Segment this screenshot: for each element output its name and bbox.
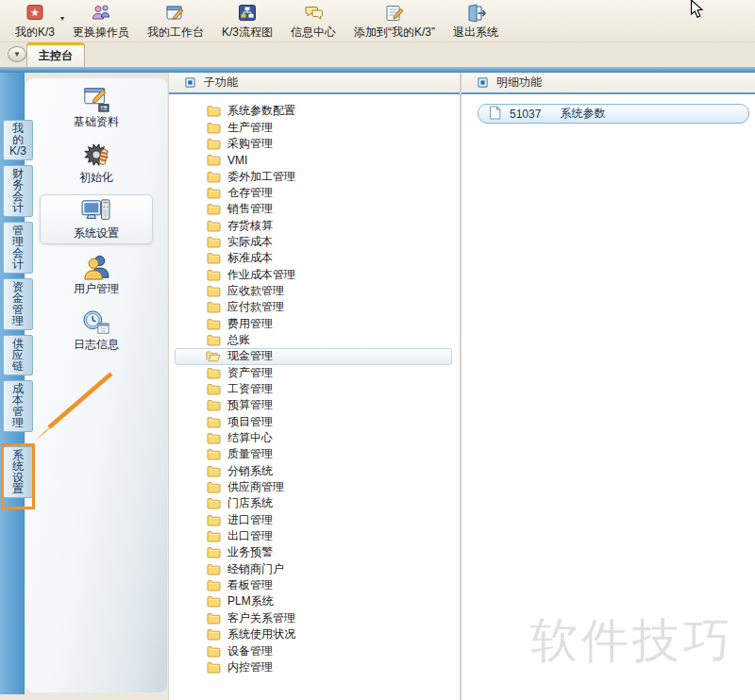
tree-item[interactable]: 现金管理: [175, 348, 452, 364]
tree-item[interactable]: 看板管理: [169, 577, 460, 593]
tree-item[interactable]: 实际成本: [169, 234, 460, 250]
toolbar-button-k3-flowchart[interactable]: ▾ K/3流程图: [214, 2, 280, 42]
tree-item[interactable]: 总账: [169, 332, 460, 348]
tree-item-label: 项目管理: [227, 414, 273, 430]
toolbar-button-label: 我的工作台: [147, 25, 204, 41]
tree-item[interactable]: 存货核算: [169, 217, 460, 233]
tree-item[interactable]: 客户关系管理: [169, 610, 460, 626]
tree-item-label: 工资管理: [227, 381, 273, 397]
folder-icon: [206, 138, 221, 150]
tree-item-label: 预算管理: [227, 397, 273, 413]
tree-item[interactable]: 供应商管理: [169, 479, 460, 495]
toolbar-button-exit-system[interactable]: ▾ 退出系统: [445, 2, 506, 42]
tab-label: 主控台: [39, 48, 73, 64]
module-nav-item[interactable]: 用户管理: [40, 250, 153, 300]
tree-item[interactable]: 出口管理: [169, 528, 460, 544]
toolbar-button-my-k3[interactable]: ★ ▾ 我的K/3: [8, 2, 62, 42]
folder-icon: [206, 105, 221, 117]
tree-item-label: 费用管理: [227, 316, 273, 332]
folder-icon: [206, 465, 221, 477]
sidebar-tab[interactable]: 系统设置: [3, 446, 33, 498]
sidebar-tab[interactable]: 成本管理: [3, 380, 33, 432]
add-to-my-k3-icon: [384, 3, 405, 24]
tree-item-label: 出口管理: [227, 528, 273, 544]
folder-icon: [206, 269, 221, 281]
tree-item-label: 作业成本管理: [227, 267, 295, 283]
collapse-box-icon[interactable]: [478, 77, 488, 88]
sub-functions-panel: 子功能 系统参数配置 生产管理 采购管理 VMI 委外加工管理 仓存管理 销售管…: [168, 73, 460, 700]
tree-item-label: 供应商管理: [227, 479, 284, 495]
detail-functions-panel: 明细功能 51037 系统参数: [460, 73, 755, 700]
tree-item[interactable]: VMI: [169, 152, 460, 168]
tree-item-label: 内控管理: [227, 659, 273, 675]
folder-icon: [206, 399, 221, 411]
folder-icon: [206, 432, 221, 444]
tree-item[interactable]: 应付款管理: [169, 299, 460, 315]
tree-item[interactable]: 业务预警: [169, 544, 460, 560]
folder-icon: [206, 514, 221, 526]
folder-icon: [206, 530, 221, 542]
folder-icon: [206, 171, 221, 183]
toolbar-button-add-to-my-k3[interactable]: ▾ 添加到“我的K/3”: [346, 2, 443, 42]
my-k3-icon: ★: [25, 3, 45, 24]
main-toolbar: ★ ▾ 我的K/3 ▾ 更换操作员 ▾ 我的工作台 ▾ K/3流程图 ▾ 信息中…: [0, 0, 755, 42]
tree-item[interactable]: 销售管理: [169, 201, 460, 217]
folder-icon: [206, 481, 221, 493]
tree-item[interactable]: 经销商门户: [169, 561, 460, 577]
tree-item[interactable]: 应收款管理: [169, 283, 460, 299]
exit-system-icon: [465, 3, 486, 24]
tree-item[interactable]: 工资管理: [169, 381, 460, 397]
tree-item[interactable]: 采购管理: [169, 136, 460, 152]
dropdown-caret-icon: ▾: [60, 14, 64, 23]
folder-icon: [206, 318, 221, 330]
tree-item-label: 委外加工管理: [227, 169, 295, 185]
module-nav-item[interactable]: 系统设置: [40, 194, 153, 244]
tree-item[interactable]: 作业成本管理: [169, 266, 460, 282]
folder-icon: [206, 367, 221, 379]
sidebar-tab[interactable]: 资金管理: [3, 278, 33, 330]
module-nav-item[interactable]: 初始化: [40, 139, 153, 189]
module-nav-item[interactable]: 日志信息: [40, 306, 153, 356]
k3-flowchart-icon: [237, 3, 258, 24]
toolbar-button-change-operator[interactable]: ▾ 更换操作员: [65, 2, 137, 42]
sidebar-tab[interactable]: 财务会计: [3, 165, 33, 217]
toolbar-button-info-center[interactable]: ▾ 信息中心: [283, 2, 344, 42]
tab-main-console[interactable]: 主控台: [26, 42, 85, 67]
tree-item-label: 设备管理: [227, 643, 273, 659]
tree-item[interactable]: 门店系统: [169, 495, 460, 511]
tree-item-label: 销售管理: [227, 201, 273, 217]
tree-item-label: 质量管理: [227, 446, 273, 462]
sidebar-tab[interactable]: 管理会计: [3, 222, 33, 274]
tree-item-label: 现金管理: [227, 348, 273, 364]
collapse-box-icon[interactable]: [185, 77, 195, 88]
sidebar-tab[interactable]: 我的K/3: [3, 120, 33, 160]
tree-item[interactable]: 系统参数配置: [169, 103, 460, 119]
tree-item[interactable]: 预算管理: [169, 397, 460, 413]
tree-item[interactable]: 资产管理: [169, 365, 460, 381]
module-nav-label: 基础资料: [74, 116, 119, 128]
tree-item[interactable]: 标准成本: [169, 250, 460, 266]
tree-item[interactable]: 设备管理: [169, 642, 460, 658]
tree-item[interactable]: 委外加工管理: [169, 168, 460, 184]
sub-functions-tree: 系统参数配置 生产管理 采购管理 VMI 委外加工管理 仓存管理 销售管理 存货…: [169, 94, 460, 675]
tree-item[interactable]: 结算中心: [169, 430, 460, 446]
tree-item[interactable]: 费用管理: [169, 315, 460, 331]
toolbar-button-label: 更换操作员: [73, 25, 129, 41]
tree-item[interactable]: 质量管理: [169, 446, 460, 462]
tree-item[interactable]: 分销系统: [169, 463, 460, 479]
sidebar-tab[interactable]: 供应链: [3, 335, 33, 375]
tab-list-dropdown-button[interactable]: ▼: [8, 46, 26, 62]
tree-item[interactable]: 生产管理: [169, 119, 460, 135]
tree-item[interactable]: 项目管理: [169, 414, 460, 430]
detail-function-item[interactable]: 51037 系统参数: [478, 104, 749, 124]
tree-item[interactable]: 内控管理: [169, 659, 460, 675]
module-nav-item[interactable]: 基础资料: [40, 83, 153, 133]
tree-item[interactable]: 系统使用状况: [169, 626, 460, 642]
toolbar-button-my-workbench[interactable]: ▾ 我的工作台: [140, 2, 211, 42]
my-workbench-icon: [165, 3, 186, 24]
tree-item[interactable]: 进口管理: [169, 512, 460, 528]
folder-open-icon: [206, 350, 221, 362]
tree-item[interactable]: PLM系统: [169, 593, 460, 609]
tree-item[interactable]: 仓存管理: [169, 185, 460, 201]
info-center-icon: [303, 3, 324, 24]
